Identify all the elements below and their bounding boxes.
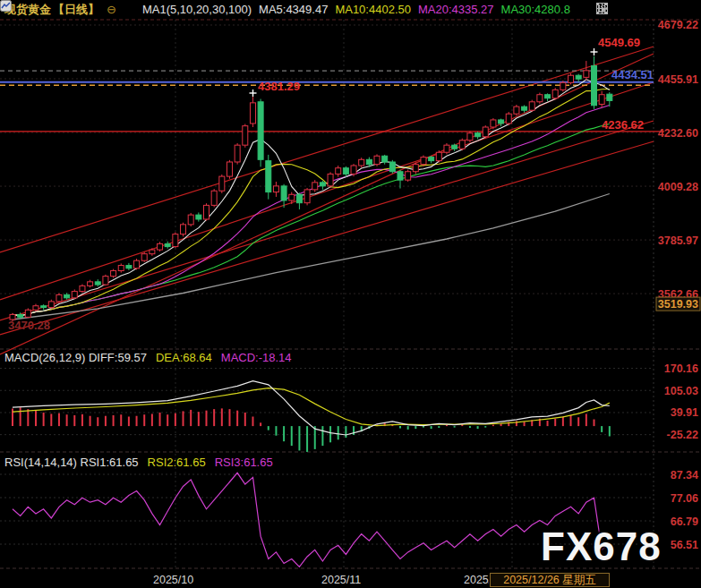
rsi3-value: RSI3:61.65 [215, 456, 273, 469]
svg-text:3519.93: 3519.93 [658, 298, 698, 311]
macd-panel-header: MACD(26,12,9) DIFF:59.57 DEA:68.64 MACD:… [4, 351, 292, 364]
x-axis-label-dec: 2025/12 [464, 574, 489, 586]
macd-value: MACD:-18.14 [221, 351, 292, 364]
ma20-value: MA20:4335.27 [418, 3, 494, 16]
axis-tick: 3785.97 [658, 234, 698, 247]
annotation-4381.29: 4381.29 [258, 80, 300, 93]
rsi2-value: RSI2:61.65 [148, 456, 206, 469]
annotation-4236.62: 4236.62 [602, 118, 644, 132]
ma-settings-label: MA1(5,10,20,30,100) [142, 3, 252, 16]
pan-right-icon[interactable] [639, 3, 651, 14]
axis-tick: 66.79 [671, 516, 698, 528]
macd-settings-label: MACD(26,12,9) DIFF:59.57 [4, 351, 147, 364]
rsi1-label: RSI(14,14,14) RSI1:61.65 [4, 456, 139, 469]
axis-tick: 170.16 [664, 362, 698, 375]
axis-tick: 56.51 [671, 539, 698, 551]
candles-layer [10, 56, 612, 321]
price-axis-icon[interactable] [611, 3, 622, 14]
dea-line [13, 388, 610, 426]
x-axis-label-oct: 2025/10 [153, 574, 193, 586]
chart-type-icon[interactable] [124, 4, 135, 15]
axis-tick: 105.03 [664, 385, 698, 397]
axis-tick: 39.91 [671, 406, 698, 419]
chart-app: 4381.294549.694236.623470.284434.514679.… [0, 0, 701, 588]
rsi-line [13, 473, 610, 567]
ma10-line [13, 89, 610, 316]
axis-tick: 4232.60 [658, 127, 698, 140]
period-label[interactable]: 【日线】 [53, 2, 99, 18]
ma5-value: MA5:4349.47 [259, 3, 328, 16]
price-chart-canvas[interactable]: 4381.294549.694236.623470.284434.514679.… [0, 0, 701, 588]
crosshair-date-box: 2025/12/26 星期五 [490, 573, 610, 587]
time-axis-icon[interactable] [625, 3, 637, 14]
dea-value: DEA:68.64 [156, 351, 212, 364]
annotation-4434.51: 4434.51 [611, 68, 654, 81]
gridlines [0, 20, 654, 568]
axis-tick: 87.34 [671, 469, 698, 481]
axis-tick: 4679.22 [658, 19, 698, 31]
axis-tick: 4455.91 [658, 73, 698, 86]
y-axis-labels: 4679.224455.914232.604009.283785.973562.… [656, 19, 700, 550]
axis-tick: 77.06 [671, 492, 698, 505]
annotation-3470.28: 3470.28 [8, 319, 50, 332]
ma10-value: MA10:4402.50 [335, 3, 411, 16]
rsi-layer [13, 473, 610, 567]
diff-line [13, 381, 610, 435]
collapse-icon[interactable]: ⊖ [107, 4, 116, 15]
rsi-panel-header: RSI(14,14,14) RSI1:61.65 RSI2:61.65 RSI3… [4, 456, 273, 469]
macd-layer [13, 381, 610, 452]
chart-toolbar [596, 3, 651, 14]
ma30-value: MA30:4280.8 [501, 3, 570, 16]
ma20-line [13, 106, 610, 316]
axis-tick: 4009.28 [658, 181, 698, 193]
annotation-4549.69: 4549.69 [598, 36, 640, 49]
fx678-watermark: FX678 [541, 524, 662, 569]
x-axis-label-nov: 2025/11 [321, 574, 361, 586]
level-lines [0, 71, 664, 132]
axis-tick: -25.22 [667, 429, 698, 441]
ma100-line [13, 194, 610, 320]
